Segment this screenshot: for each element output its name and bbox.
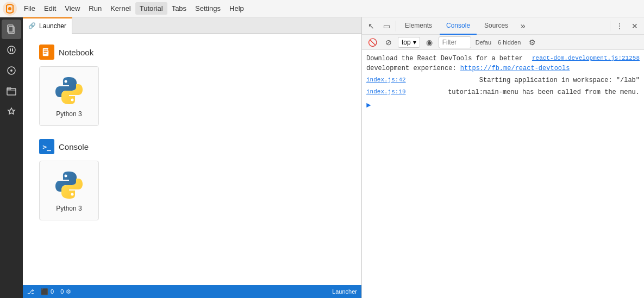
sidebar-icon-files[interactable] xyxy=(2,20,21,39)
kernel-icon: ⚙ xyxy=(66,288,71,295)
devtools-panel: ↖ ▭ Elements Console Sources » ⋮ ✕ 🚫 ⊘ t… xyxy=(361,17,644,298)
devtools-sep2 xyxy=(610,21,610,31)
console-toolbar: 🚫 ⊘ top ▾ ◉ Defau 6 hidden ⚙ xyxy=(362,35,644,50)
menu-run[interactable]: Run xyxy=(84,2,106,15)
devtools-tab-elements[interactable]: Elements xyxy=(398,17,439,35)
devtools-device-btn[interactable]: ▭ xyxy=(379,19,393,33)
devtools-cursor-btn[interactable]: ↖ xyxy=(364,19,378,33)
menu-tabs[interactable]: Tabs xyxy=(167,2,191,15)
main-area: 🔗 Launcher Notebook xyxy=(0,17,644,298)
default-levels: Defau xyxy=(473,39,493,46)
console-ban-btn[interactable]: ⊘ xyxy=(382,35,396,49)
console-section-label: Console xyxy=(59,142,89,151)
console-section-title: >_ Console xyxy=(39,139,345,154)
svg-marker-12 xyxy=(48,48,50,50)
chevron-down-icon: ▾ xyxy=(413,39,416,46)
react-devtools-link[interactable]: https://fb.me/react-devtools xyxy=(460,65,570,72)
console-eye-btn[interactable]: ◉ xyxy=(422,35,436,49)
svg-point-15 xyxy=(65,175,67,177)
sidebar-icon-filebrowser[interactable] xyxy=(2,81,21,101)
counter2-value: 0 xyxy=(60,288,64,295)
launcher-tab-label: Launcher xyxy=(39,22,66,30)
menu-help[interactable]: Help xyxy=(225,2,248,15)
sidebar-icon-extensions[interactable] xyxy=(2,102,21,122)
log-source-2[interactable]: index.js:42 xyxy=(366,75,406,85)
svg-point-4 xyxy=(8,46,15,54)
devtools-more-btn[interactable]: » xyxy=(516,19,530,33)
terminal-icon: ⬛ xyxy=(41,288,48,295)
sidebar-icon-commands[interactable] xyxy=(2,61,21,80)
svg-rect-6 xyxy=(12,48,13,52)
console-clear-btn[interactable]: 🚫 xyxy=(365,35,379,49)
menu-tutorial[interactable]: Tutorial xyxy=(135,2,167,15)
launcher-tab[interactable]: 🔗 Launcher xyxy=(23,17,72,34)
log-source-3[interactable]: index.js:19 xyxy=(366,87,406,97)
menu-file[interactable]: File xyxy=(20,2,40,15)
console-settings-btn[interactable]: ⚙ xyxy=(525,35,539,49)
notebook-grid: Python 3 xyxy=(39,66,345,126)
log-line-3: index.js:19 tutorial:main-menu has been … xyxy=(366,87,640,98)
status-item-counter1: ⬛ 0 xyxy=(41,288,54,295)
python3-notebook-card[interactable]: Python 3 xyxy=(39,66,99,126)
console-prompt[interactable]: ► xyxy=(366,98,640,113)
status-item-branch: ⎇ xyxy=(27,288,34,295)
svg-point-13 xyxy=(65,80,67,83)
log-line-1: react-dom.development.js:21258 Download … xyxy=(366,53,640,74)
frame-value: top xyxy=(402,39,411,46)
svg-point-14 xyxy=(71,99,74,102)
svg-point-16 xyxy=(71,193,74,196)
log-source-1[interactable]: react-dom.development.js:21258 xyxy=(532,54,640,63)
devtools-close-btn[interactable]: ✕ xyxy=(628,19,642,33)
frame-selector[interactable]: top ▾ xyxy=(398,37,420,48)
log-text-3: tutorial:main-menu has been called from … xyxy=(448,87,640,97)
counter1-value: 0 xyxy=(51,288,54,295)
menu-settings[interactable]: Settings xyxy=(191,2,225,15)
console-grid: Python 3 xyxy=(39,161,345,220)
python3-console-label: Python 3 xyxy=(56,205,82,212)
status-launcher-label: Launcher xyxy=(78,288,357,295)
devtools-sep1 xyxy=(396,21,396,31)
console-filter-input[interactable] xyxy=(439,36,471,48)
log-line-2: index.js:42 Starting application in work… xyxy=(366,75,640,86)
log-text-2: Starting application in workspace: "/lab… xyxy=(479,75,640,85)
tab-bar: 🔗 Launcher xyxy=(23,17,361,34)
notebook-section-icon xyxy=(39,45,54,60)
svg-point-1 xyxy=(8,7,11,10)
devtools-tab-console[interactable]: Console xyxy=(440,17,477,35)
status-item-counter2: 0 ⚙ xyxy=(60,288,71,295)
branch-icon: ⎇ xyxy=(27,288,34,295)
lab-area: 🔗 Launcher Notebook xyxy=(23,17,361,298)
python3-console-card[interactable]: Python 3 xyxy=(39,161,99,220)
menu-bar: File Edit View Run Kernel Tutorial Tabs … xyxy=(0,0,644,17)
sidebar-icon-running[interactable] xyxy=(2,40,21,60)
status-bar: ⎇ ⬛ 0 0 ⚙ Launcher xyxy=(23,285,361,298)
menu-kernel[interactable]: Kernel xyxy=(106,2,135,15)
menu-view[interactable]: View xyxy=(60,2,84,15)
devtools-toolbar: ↖ ▭ Elements Console Sources » ⋮ ✕ xyxy=(362,17,644,35)
hidden-count-badge: 6 hidden xyxy=(496,39,523,46)
launcher-content: Notebook xyxy=(23,34,361,285)
sidebar xyxy=(0,17,23,298)
menu-edit[interactable]: Edit xyxy=(40,2,60,15)
svg-rect-5 xyxy=(10,48,11,52)
launcher-tab-icon: 🔗 xyxy=(28,22,36,29)
svg-point-8 xyxy=(10,69,12,72)
devtools-tab-sources[interactable]: Sources xyxy=(478,17,515,35)
console-output: react-dom.development.js:21258 Download … xyxy=(362,50,644,298)
notebook-section-title: Notebook xyxy=(39,45,345,60)
console-section-icon: >_ xyxy=(39,139,54,154)
notebook-section-label: Notebook xyxy=(59,48,93,57)
python3-notebook-label: Python 3 xyxy=(56,110,82,118)
app-logo xyxy=(2,1,17,16)
svg-rect-11 xyxy=(43,48,48,56)
devtools-kebab-btn[interactable]: ⋮ xyxy=(612,19,627,33)
